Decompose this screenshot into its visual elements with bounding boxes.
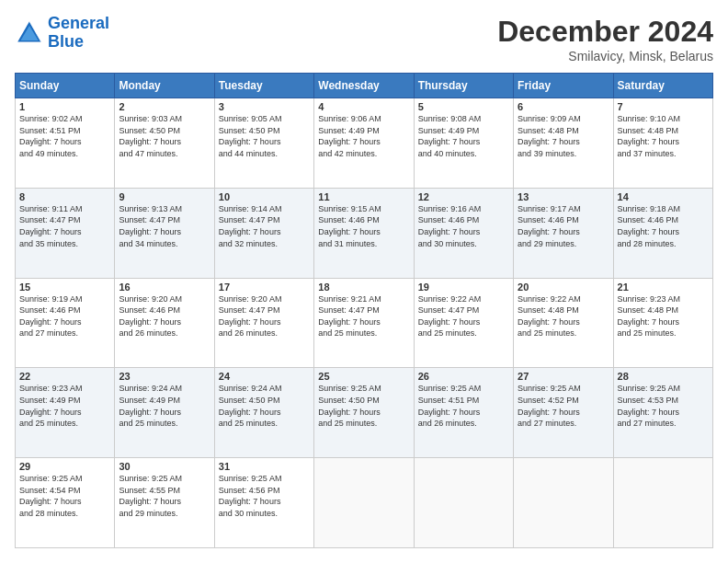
- day-number: 4: [318, 101, 409, 112]
- day-cell: 18 Sunrise: 9:21 AMSunset: 4:47 PMDaylig…: [314, 278, 414, 368]
- calendar-table: SundayMondayTuesdayWednesdayThursdayFrid…: [15, 73, 713, 548]
- day-number: 7: [618, 101, 709, 112]
- day-number: 14: [618, 191, 709, 202]
- logo-line2: Blue: [48, 32, 84, 51]
- day-number: 27: [518, 371, 609, 382]
- day-cell: 22 Sunrise: 9:23 AMSunset: 4:49 PMDaylig…: [16, 368, 115, 458]
- day-info: Sunrise: 9:22 AMSunset: 4:47 PMDaylight:…: [418, 293, 509, 339]
- subtitle: Smilavicy, Minsk, Belarus: [497, 49, 713, 63]
- day-number: 6: [518, 101, 609, 112]
- day-number: 1: [19, 101, 110, 112]
- day-cell: 13 Sunrise: 9:17 AMSunset: 4:46 PMDaylig…: [514, 188, 613, 278]
- day-number: 21: [618, 282, 709, 293]
- day-cell: 27 Sunrise: 9:25 AMSunset: 4:52 PMDaylig…: [514, 368, 613, 458]
- day-number: 5: [418, 101, 509, 112]
- day-info: Sunrise: 9:24 AMSunset: 4:50 PMDaylight:…: [219, 383, 310, 429]
- header: General Blue December 2024 Smilavicy, Mi…: [15, 15, 713, 63]
- day-number: 15: [19, 282, 110, 293]
- day-cell: 2 Sunrise: 9:03 AMSunset: 4:50 PMDayligh…: [115, 98, 214, 189]
- day-cell: 11 Sunrise: 9:15 AMSunset: 4:46 PMDaylig…: [314, 188, 414, 278]
- col-header-sunday: Sunday: [16, 74, 115, 98]
- week-row-2: 8 Sunrise: 9:11 AMSunset: 4:47 PMDayligh…: [16, 188, 713, 278]
- day-number: 22: [19, 371, 110, 382]
- day-number: 3: [219, 101, 310, 112]
- week-row-4: 22 Sunrise: 9:23 AMSunset: 4:49 PMDaylig…: [16, 368, 713, 458]
- day-cell: 7 Sunrise: 9:10 AMSunset: 4:48 PMDayligh…: [613, 98, 712, 189]
- day-info: Sunrise: 9:15 AMSunset: 4:46 PMDaylight:…: [318, 203, 409, 249]
- day-cell: 6 Sunrise: 9:09 AMSunset: 4:48 PMDayligh…: [514, 98, 613, 189]
- day-number: 19: [418, 282, 509, 293]
- day-info: Sunrise: 9:22 AMSunset: 4:48 PMDaylight:…: [518, 293, 609, 339]
- day-cell: 19 Sunrise: 9:22 AMSunset: 4:47 PMDaylig…: [414, 278, 513, 368]
- day-info: Sunrise: 9:19 AMSunset: 4:46 PMDaylight:…: [19, 293, 110, 339]
- day-cell: 24 Sunrise: 9:24 AMSunset: 4:50 PMDaylig…: [214, 368, 313, 458]
- day-number: 2: [119, 101, 210, 112]
- day-info: Sunrise: 9:18 AMSunset: 4:46 PMDaylight:…: [618, 203, 709, 249]
- day-info: Sunrise: 9:23 AMSunset: 4:49 PMDaylight:…: [19, 383, 110, 429]
- day-number: 29: [19, 461, 110, 472]
- day-info: Sunrise: 9:11 AMSunset: 4:47 PMDaylight:…: [19, 203, 110, 249]
- day-cell: 21 Sunrise: 9:23 AMSunset: 4:48 PMDaylig…: [613, 278, 712, 368]
- day-number: 13: [518, 191, 609, 202]
- day-info: Sunrise: 9:08 AMSunset: 4:49 PMDaylight:…: [418, 113, 509, 159]
- day-number: 26: [418, 371, 509, 382]
- day-info: Sunrise: 9:25 AMSunset: 4:52 PMDaylight:…: [518, 383, 609, 429]
- logo-line1: General: [48, 14, 109, 32]
- day-cell: 3 Sunrise: 9:05 AMSunset: 4:50 PMDayligh…: [214, 98, 313, 189]
- day-info: Sunrise: 9:25 AMSunset: 4:51 PMDaylight:…: [418, 383, 509, 429]
- week-row-3: 15 Sunrise: 9:19 AMSunset: 4:46 PMDaylig…: [16, 278, 713, 368]
- day-info: Sunrise: 9:23 AMSunset: 4:48 PMDaylight:…: [618, 293, 709, 339]
- day-cell: 9 Sunrise: 9:13 AMSunset: 4:47 PMDayligh…: [115, 188, 214, 278]
- day-number: 31: [219, 461, 310, 472]
- day-info: Sunrise: 9:24 AMSunset: 4:49 PMDaylight:…: [119, 383, 210, 429]
- title-section: December 2024 Smilavicy, Minsk, Belarus: [497, 15, 713, 63]
- day-number: 16: [119, 282, 210, 293]
- day-cell: 25 Sunrise: 9:25 AMSunset: 4:50 PMDaylig…: [314, 368, 414, 458]
- day-cell: 1 Sunrise: 9:02 AMSunset: 4:51 PMDayligh…: [16, 98, 115, 189]
- day-number: 30: [119, 461, 210, 472]
- day-cell: 15 Sunrise: 9:19 AMSunset: 4:46 PMDaylig…: [16, 278, 115, 368]
- day-cell: 29 Sunrise: 9:25 AMSunset: 4:54 PMDaylig…: [16, 458, 115, 548]
- col-header-tuesday: Tuesday: [214, 74, 313, 98]
- day-cell: [613, 458, 712, 548]
- day-info: Sunrise: 9:10 AMSunset: 4:48 PMDaylight:…: [618, 113, 709, 159]
- day-info: Sunrise: 9:21 AMSunset: 4:47 PMDaylight:…: [318, 293, 409, 339]
- day-info: Sunrise: 9:20 AMSunset: 4:47 PMDaylight:…: [219, 293, 310, 339]
- day-info: Sunrise: 9:25 AMSunset: 4:53 PMDaylight:…: [618, 383, 709, 429]
- day-info: Sunrise: 9:25 AMSunset: 4:56 PMDaylight:…: [219, 473, 310, 519]
- day-info: Sunrise: 9:20 AMSunset: 4:46 PMDaylight:…: [119, 293, 210, 339]
- day-number: 12: [418, 191, 509, 202]
- day-info: Sunrise: 9:25 AMSunset: 4:55 PMDaylight:…: [119, 473, 210, 519]
- day-cell: 16 Sunrise: 9:20 AMSunset: 4:46 PMDaylig…: [115, 278, 214, 368]
- day-cell: 23 Sunrise: 9:24 AMSunset: 4:49 PMDaylig…: [115, 368, 214, 458]
- day-number: 10: [219, 191, 310, 202]
- day-cell: 4 Sunrise: 9:06 AMSunset: 4:49 PMDayligh…: [314, 98, 414, 189]
- day-cell: 26 Sunrise: 9:25 AMSunset: 4:51 PMDaylig…: [414, 368, 513, 458]
- day-info: Sunrise: 9:25 AMSunset: 4:50 PMDaylight:…: [318, 383, 409, 429]
- day-info: Sunrise: 9:14 AMSunset: 4:47 PMDaylight:…: [219, 203, 310, 249]
- col-header-saturday: Saturday: [613, 74, 712, 98]
- main-title: December 2024: [497, 15, 713, 49]
- day-number: 20: [518, 282, 609, 293]
- col-header-wednesday: Wednesday: [314, 74, 414, 98]
- day-cell: 12 Sunrise: 9:16 AMSunset: 4:46 PMDaylig…: [414, 188, 513, 278]
- day-info: Sunrise: 9:17 AMSunset: 4:46 PMDaylight:…: [518, 203, 609, 249]
- logo: General Blue: [15, 15, 109, 52]
- day-number: 8: [19, 191, 110, 202]
- week-row-5: 29 Sunrise: 9:25 AMSunset: 4:54 PMDaylig…: [16, 458, 713, 548]
- day-cell: 30 Sunrise: 9:25 AMSunset: 4:55 PMDaylig…: [115, 458, 214, 548]
- day-info: Sunrise: 9:03 AMSunset: 4:50 PMDaylight:…: [119, 113, 210, 159]
- logo-icon: [15, 18, 44, 48]
- day-number: 11: [318, 191, 409, 202]
- day-cell: [314, 458, 414, 548]
- day-cell: 31 Sunrise: 9:25 AMSunset: 4:56 PMDaylig…: [214, 458, 313, 548]
- day-cell: 17 Sunrise: 9:20 AMSunset: 4:47 PMDaylig…: [214, 278, 313, 368]
- day-cell: [514, 458, 613, 548]
- logo-text: General Blue: [48, 15, 109, 52]
- day-cell: 5 Sunrise: 9:08 AMSunset: 4:49 PMDayligh…: [414, 98, 513, 189]
- col-header-thursday: Thursday: [414, 74, 513, 98]
- page: General Blue December 2024 Smilavicy, Mi…: [0, 0, 728, 563]
- header-row: SundayMondayTuesdayWednesdayThursdayFrid…: [16, 74, 713, 98]
- day-info: Sunrise: 9:06 AMSunset: 4:49 PMDaylight:…: [318, 113, 409, 159]
- day-number: 24: [219, 371, 310, 382]
